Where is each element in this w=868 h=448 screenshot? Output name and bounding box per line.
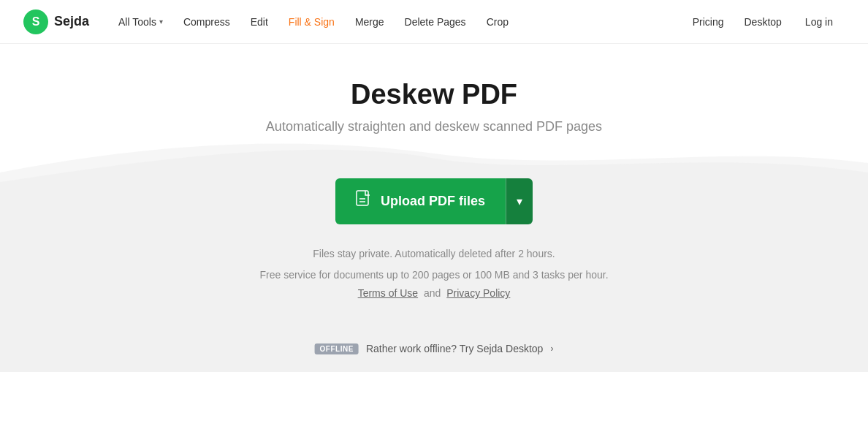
privacy-line2: Free service for documents up to 200 pag… xyxy=(0,266,868,284)
logo-icon: S xyxy=(23,10,48,34)
nav-left: All Tools ▾ Compress Edit Fill & Sign Me… xyxy=(110,10,684,34)
nav-compress[interactable]: Compress xyxy=(175,10,239,34)
logo-link[interactable]: S Sejda xyxy=(23,10,89,34)
offline-banner[interactable]: OFFLINE Rather work offline? Try Sejda D… xyxy=(315,343,554,354)
nav-edit[interactable]: Edit xyxy=(242,10,277,34)
legal-links: Terms of Use and Privacy Policy xyxy=(0,287,868,299)
privacy-policy-link[interactable]: Privacy Policy xyxy=(446,287,510,299)
offline-text: Rather work offline? Try Sejda Desktop xyxy=(366,343,544,354)
hero-section: Deskew PDF Automatically straighten and … xyxy=(0,44,868,134)
upload-pdf-button[interactable]: Upload PDF files xyxy=(335,178,506,224)
offline-badge: OFFLINE xyxy=(315,343,359,354)
navbar: S Sejda All Tools ▾ Compress Edit Fill &… xyxy=(0,0,868,44)
nav-crop[interactable]: Crop xyxy=(478,10,517,34)
hero-subtitle: Automatically straighten and deskew scan… xyxy=(23,119,845,134)
upload-section: Upload PDF files ▾ Files stay private. A… xyxy=(0,178,868,299)
dropdown-arrow-icon: ▾ xyxy=(517,194,522,208)
nav-merge[interactable]: Merge xyxy=(346,10,393,34)
chevron-down-icon: ▾ xyxy=(159,18,163,26)
terms-of-use-link[interactable]: Terms of Use xyxy=(358,287,418,299)
pdf-file-icon xyxy=(356,190,372,213)
nav-login[interactable]: Log in xyxy=(793,10,845,34)
nav-pricing[interactable]: Pricing xyxy=(684,10,733,34)
upload-dropdown-button[interactable]: ▾ xyxy=(506,178,533,224)
nav-fill-sign[interactable]: Fill & Sign xyxy=(280,10,343,34)
offline-chevron-icon: › xyxy=(550,343,553,354)
nav-right: Pricing Desktop Log in xyxy=(684,10,845,34)
upload-button-group: Upload PDF files ▾ xyxy=(335,178,533,224)
wave-section: Upload PDF files ▾ Files stay private. A… xyxy=(0,134,868,372)
logo-text: Sejda xyxy=(54,14,89,29)
nav-delete-pages[interactable]: Delete Pages xyxy=(396,10,475,34)
and-separator: and xyxy=(424,287,441,299)
nav-all-tools[interactable]: All Tools ▾ xyxy=(110,10,172,34)
privacy-info: Files stay private. Automatically delete… xyxy=(0,245,868,284)
privacy-line1: Files stay private. Automatically delete… xyxy=(0,245,868,263)
nav-desktop[interactable]: Desktop xyxy=(735,10,790,34)
svg-rect-0 xyxy=(357,191,368,205)
page-title: Deskew PDF xyxy=(23,79,845,110)
